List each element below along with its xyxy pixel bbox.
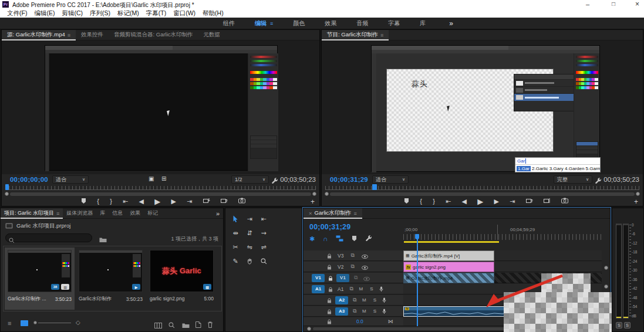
solo-right-button[interactable]: S [624,322,630,328]
mark-in-icon[interactable]: { [97,198,99,205]
voiceover-mic-icon[interactable] [379,284,383,294]
mute-button[interactable]: M [361,297,367,303]
go-to-in-icon[interactable]: ⇤ [123,198,128,205]
settings-wrench-icon[interactable] [595,176,602,187]
scrollbar-right-handle[interactable] [636,192,640,196]
new-item-icon[interactable] [195,320,201,330]
tab-metadata[interactable]: 元数据 [198,30,226,40]
step-forward-icon[interactable]: ▶ [494,198,498,205]
track-output-eye-icon[interactable] [362,250,368,261]
lock-icon[interactable] [327,262,332,272]
project-item-3-name[interactable]: garlic sign2.png [150,296,185,301]
play-icon[interactable]: ▶ [154,198,160,205]
project-item-3[interactable]: 蒜头 Garlic ▥ garlic sign2.png 5:00 [147,248,217,310]
program-resolution-select[interactable]: 完整∨ [554,175,592,184]
mute-button[interactable]: M [358,286,364,292]
workspace-titles[interactable]: 字幕 [388,19,400,28]
automate-to-sequence-icon[interactable] [154,320,162,331]
v-scrollbar-bottom-handle[interactable] [604,284,608,289]
source-patch-v1[interactable]: V1 [312,274,325,282]
program-playhead[interactable] [372,184,377,190]
track-output-eye-icon[interactable] [363,273,370,283]
master-meter-icon[interactable]: ⋈ [388,319,393,324]
scrollbar-left-handle[interactable] [5,192,9,196]
linked-selection-icon[interactable] [336,233,343,244]
maximize-button[interactable]: □ [612,1,615,7]
tab-markers[interactable]: 标记 [144,208,161,219]
source-scrub-ruler[interactable] [5,186,316,190]
tab-program[interactable]: 节目: Garlic水印制作≡ [322,30,389,40]
timeline-timecode[interactable]: 00;00;31;29 [309,223,350,231]
track-a2-label[interactable]: A2 [335,296,348,304]
add-marker-icon[interactable] [404,198,409,205]
slip-tool[interactable]: ⇋ [243,241,256,253]
workspace-overflow-icon[interactable]: » [449,19,453,28]
mark-in-icon[interactable]: { [420,198,422,205]
tab-libraries[interactable]: 库 [96,208,109,219]
program-zoom-select[interactable]: 适合∨ [372,175,409,184]
lock-icon[interactable] [327,250,332,261]
selection-tool[interactable] [229,213,242,225]
workspace-menu-icon[interactable]: ≡ [270,21,273,26]
tab-audio-clip-mixer[interactable]: 音频剪辑混合器: Garlic水印制作 [109,30,198,40]
tab-source[interactable]: 源: Garlic水印制作.mp4≡ [2,30,76,40]
rolling-edit-tool[interactable]: ⇵ [243,227,256,239]
slide-tool[interactable]: ⇌ [257,241,270,253]
sort-icon[interactable]: ◇ [76,319,80,326]
track-a1-label[interactable]: A1 [338,286,343,292]
sync-lock-icon[interactable]: ⧉ [350,263,354,270]
tab-effects[interactable]: 效果 [126,208,144,219]
track-output-eye-icon[interactable] [362,262,368,272]
solo-button[interactable]: S [372,309,377,314]
menu-window[interactable]: 窗口(W) [173,9,195,18]
source-patch-a1[interactable]: A1 [312,285,325,293]
sync-lock-icon[interactable]: ⧉ [350,252,354,259]
track-select-forward-tool[interactable]: ⇥ [243,213,256,225]
master-gain-value[interactable]: 0.0 [356,319,363,324]
tab-sequence[interactable]: × Garlic水印制作 ≡ [304,208,362,219]
workspace-libraries[interactable]: 库 [420,19,426,28]
timeline-ruler[interactable] [403,234,602,240]
zoom-tool[interactable] [257,255,270,267]
drag-video-icon[interactable]: ▣ [149,176,154,182]
pen-tool[interactable]: ✎ [229,255,242,267]
track-v1-label[interactable]: V1 [336,274,349,282]
sync-lock-icon[interactable]: ⧉ [353,308,356,314]
menu-clip[interactable]: 剪辑(C) [62,9,83,18]
menu-edit[interactable]: 编辑(E) [34,9,55,18]
program-timecode[interactable]: 00;00;31;29 [330,176,368,183]
tab-media-browser[interactable]: 媒体浏览器 [63,208,96,219]
menu-help[interactable]: 帮助(H) [203,9,224,18]
ime-other-candidates[interactable]: 2.Garlic 3.Gary 4.Garden 5.Garmin [532,166,600,171]
workspace-audio[interactable]: 音频 [356,19,368,28]
find-icon[interactable] [168,320,175,331]
button-editor-plus-icon[interactable]: + [311,198,315,205]
lock-icon[interactable] [327,306,332,317]
insert-icon[interactable] [203,198,210,205]
razor-tool[interactable]: ✂ [229,241,242,253]
lock-icon[interactable] [328,273,333,283]
menu-title[interactable]: 字幕(T) [146,9,166,18]
export-frame-icon[interactable] [238,198,245,205]
scrollbar-left-handle[interactable] [325,192,329,196]
menu-file[interactable]: 文件(F) [7,9,27,18]
menu-marker[interactable]: 标记(M) [117,9,139,18]
tab-effect-controls[interactable]: 效果控件 [76,30,109,40]
lock-icon[interactable] [327,295,332,306]
ime-selected-candidate[interactable]: 1.Gar [517,166,531,171]
step-forward-icon[interactable]: ▶ [171,198,176,205]
settings-wrench-icon[interactable] [271,176,278,187]
close-button[interactable]: × [635,0,639,8]
solo-left-button[interactable]: S [616,322,622,328]
snap-icon[interactable]: ∩ [323,235,328,242]
track-v3-lane[interactable]: ▦ Garlic水印制作.mp4 [V] [403,250,602,261]
scrollbar-right-handle[interactable] [312,192,316,196]
source-video-frame[interactable] [45,45,278,171]
zoom-slider-handle[interactable] [33,321,37,324]
track-v3-label[interactable]: V3 [338,253,343,259]
mark-out-icon[interactable]: } [433,198,435,205]
panel-menu-icon[interactable]: ≡ [353,211,356,216]
sync-lock-icon[interactable]: ⧉ [353,297,356,303]
add-marker-icon[interactable] [81,198,86,205]
track-v2-label[interactable]: V2 [338,264,343,270]
